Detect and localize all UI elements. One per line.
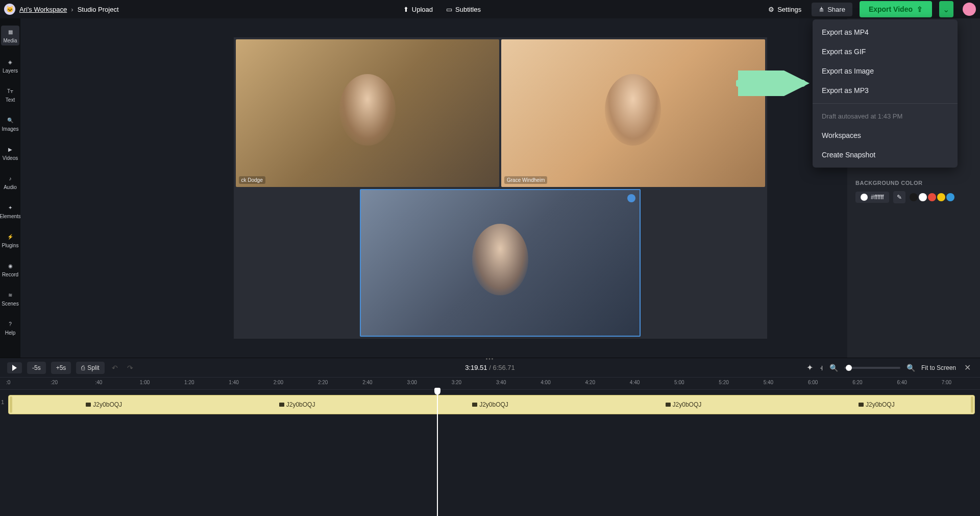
video-pane-3[interactable]	[360, 189, 641, 337]
sidebar-label: Plugins	[2, 243, 19, 248]
palette-color[interactable]	[919, 193, 927, 201]
slider-thumb[interactable]	[846, 365, 852, 371]
color-palette	[910, 193, 954, 201]
camera-icon	[859, 403, 864, 407]
magnet-icon[interactable]: ⫞	[819, 363, 823, 372]
zoom-in-icon[interactable]: 🔍	[906, 364, 915, 372]
share-button[interactable]: ⋔ Share	[812, 3, 852, 16]
menu-create-snapshot[interactable]: Create Snapshot	[813, 145, 958, 165]
ruler-mark: 7:00	[942, 380, 951, 385]
zoom-out-icon[interactable]: 🔍	[829, 364, 838, 372]
sidebar-label: Help	[5, 330, 16, 336]
split-label: Split	[87, 364, 99, 371]
sidebar-item-scenes[interactable]: ≋ Scenes	[0, 290, 20, 308]
upload-button[interactable]: ⬆ Upload	[400, 4, 436, 15]
redo-button[interactable]: ↷	[125, 364, 135, 372]
split-button[interactable]: ⎙ Split	[76, 362, 104, 374]
sidebar-item-videos[interactable]: ▶ Videos	[0, 144, 20, 162]
playhead[interactable]	[437, 390, 438, 516]
fit-to-screen-button[interactable]: Fit to Screen	[921, 364, 956, 371]
pane-control-icon[interactable]	[627, 194, 635, 202]
face-placeholder	[472, 224, 528, 295]
track-number: 1	[1, 399, 4, 405]
zoom-slider[interactable]	[844, 367, 900, 369]
sidebar-item-record[interactable]: ◉ Record	[0, 261, 20, 278]
sidebar-label: Images	[2, 126, 19, 132]
video-clip[interactable]: J2y0bOQJJ2y0bOQJJ2y0bOQJJ2y0bOQJJ2y0bOQJ	[8, 395, 975, 414]
upload-label: Upload	[412, 6, 433, 13]
subtitles-label: Subtitles	[455, 6, 481, 13]
undo-button[interactable]: ↶	[110, 364, 120, 372]
palette-color[interactable]	[937, 193, 945, 201]
chevron-right-icon: ›	[71, 6, 73, 13]
playhead-knob-icon[interactable]	[434, 388, 440, 395]
layers-icon: ◈	[6, 58, 14, 66]
time-ruler[interactable]: :0:20:401:001:201:402:002:202:403:003:20…	[0, 378, 980, 390]
sidebar-item-images[interactable]: 🔍 Images	[0, 115, 20, 133]
palette-color[interactable]	[910, 193, 918, 201]
topbar-right: ⚙ Settings ⋔ Share Export Video ⇪ ⌄	[765, 1, 976, 17]
back-5s-button[interactable]: -5s	[27, 362, 46, 374]
video-canvas[interactable]: ck Dodge Grace Windheim	[234, 37, 767, 339]
video-icon: ▶	[6, 145, 14, 153]
menu-export-gif[interactable]: Export as GIF	[813, 42, 958, 61]
current-time: 3:19.51	[465, 364, 487, 371]
export-video-button[interactable]: Export Video ⇪	[860, 1, 932, 17]
share-icon: ⋔	[819, 6, 824, 13]
bg-color-chip[interactable]: #ffffff	[855, 192, 889, 203]
export-dropdown-toggle[interactable]: ⌄	[939, 1, 953, 17]
clip-label: J2y0bOQJ	[859, 401, 895, 408]
workspace-link[interactable]: Ari's Workspace	[19, 6, 67, 13]
export-dropdown-menu: Export as MP4 Export as GIF Export as Im…	[813, 19, 958, 168]
palette-color[interactable]	[928, 193, 936, 201]
ruler-mark: 1:20	[184, 380, 194, 385]
ruler-mark: 2:40	[362, 380, 372, 385]
ruler-mark: :0	[6, 380, 10, 385]
clip-handle-left[interactable]	[10, 396, 12, 413]
ruler-mark: 3:20	[452, 380, 461, 385]
export-icon: ⇪	[917, 5, 923, 13]
video-pane-2[interactable]: Grace Windheim	[501, 39, 765, 187]
sidebar-label: Layers	[3, 68, 18, 74]
menu-workspaces[interactable]: Workspaces	[813, 126, 958, 145]
ruler-mark: 6:40	[897, 380, 906, 385]
project-title[interactable]: Studio Project	[78, 6, 119, 13]
sidebar-item-plugins[interactable]: ⚡ Plugins	[0, 231, 20, 249]
sidebar-label: Text	[6, 97, 15, 103]
sidebar-item-elements[interactable]: ✦ Elements	[0, 202, 20, 220]
topbar-center: ⬆ Upload ▭ Subtitles	[400, 4, 484, 15]
sidebar-item-media[interactable]: ▦ Media	[1, 26, 19, 45]
menu-export-image[interactable]: Export as Image	[813, 61, 958, 81]
timeline: ••• -5s +5s ⎙ Split ↶ ↷ 3:19.51 / 6:56.7…	[0, 358, 980, 516]
magic-tool-icon[interactable]: ✦	[806, 363, 813, 372]
play-icon	[12, 365, 17, 371]
ruler-mark: 3:40	[496, 380, 506, 385]
video-pane-1[interactable]: ck Dodge	[236, 39, 500, 187]
forward-5s-button[interactable]: +5s	[51, 362, 71, 374]
user-avatar[interactable]	[963, 3, 976, 16]
ruler-mark: 6:20	[852, 380, 862, 385]
sidebar-item-layers[interactable]: ◈ Layers	[0, 57, 20, 75]
clip-label: J2y0bOQJ	[666, 401, 702, 408]
palette-color[interactable]	[946, 193, 954, 201]
eyedropper-button[interactable]: ✎	[893, 191, 905, 203]
clip-handle-right[interactable]	[971, 396, 973, 413]
app-logo[interactable]: 🐱	[4, 4, 15, 15]
subtitles-button[interactable]: ▭ Subtitles	[443, 4, 484, 15]
timeline-right-controls: ✦ ⫞ 🔍 🔍 Fit to Screen ✕	[806, 363, 973, 372]
sidebar-item-help[interactable]: ? Help	[0, 319, 20, 337]
play-button[interactable]	[7, 362, 22, 373]
close-icon[interactable]: ✕	[962, 363, 973, 372]
ruler-mark: 4:00	[541, 380, 550, 385]
sidebar-item-text[interactable]: Tᴛ Text	[0, 86, 20, 104]
sidebar-item-audio[interactable]: ♪ Audio	[0, 173, 20, 191]
menu-export-mp3[interactable]: Export as MP3	[813, 81, 958, 100]
settings-button[interactable]: ⚙ Settings	[765, 4, 804, 15]
timeline-tracks[interactable]: 1 J2y0bOQJJ2y0bOQJJ2y0bOQJJ2y0bOQJJ2y0bO…	[0, 390, 980, 516]
bg-color-label: BACKGROUND COLOR	[855, 180, 972, 186]
audio-icon: ♪	[6, 174, 14, 182]
menu-export-mp4[interactable]: Export as MP4	[813, 22, 958, 42]
slider-track[interactable]	[844, 367, 900, 369]
subtitles-icon: ▭	[446, 6, 452, 13]
bg-color-row: #ffffff ✎	[855, 191, 972, 203]
